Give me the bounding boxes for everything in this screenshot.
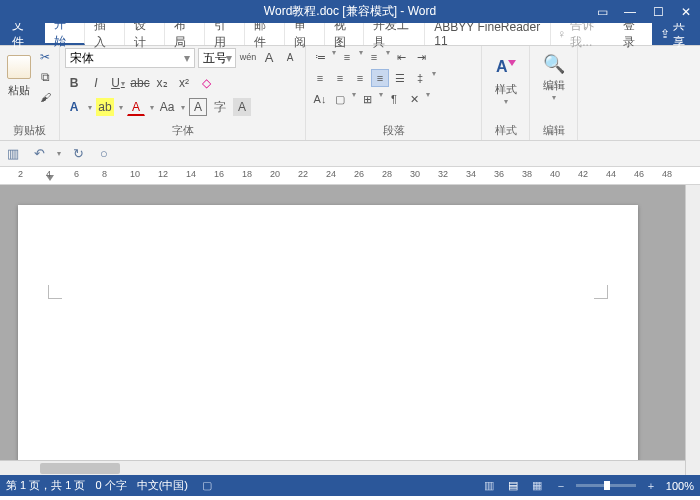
touch-mode-button[interactable]: ○ xyxy=(95,145,113,163)
zoom-level[interactable]: 100% xyxy=(666,480,694,492)
page-indicator[interactable]: 第 1 页，共 1 页 xyxy=(6,478,85,493)
tab-abbyy[interactable]: ABBYY FineReader 11 xyxy=(425,23,551,45)
show-marks-button[interactable]: ¶ xyxy=(385,90,403,108)
numbering-button[interactable]: ≡ xyxy=(338,48,356,66)
snap-grid-button[interactable]: ✕ xyxy=(405,90,423,108)
char-border-button[interactable]: A xyxy=(189,98,207,116)
ruler-tick: 26 xyxy=(354,169,364,179)
ruler-tick: 40 xyxy=(550,169,560,179)
ruler-tick: 16 xyxy=(214,169,224,179)
sign-in-button[interactable]: 登录 xyxy=(615,23,652,45)
undo-dropdown[interactable]: ▾ xyxy=(57,149,61,158)
increase-indent-button[interactable]: ⇥ xyxy=(412,48,430,66)
vertical-scrollbar[interactable] xyxy=(685,185,700,475)
close-button[interactable]: ✕ xyxy=(672,0,700,23)
underline-button[interactable]: U▾ xyxy=(109,74,127,92)
ruler-tick: 24 xyxy=(326,169,336,179)
tab-insert[interactable]: 插入 xyxy=(85,23,125,45)
grow-font-button[interactable]: A xyxy=(260,48,278,66)
italic-button[interactable]: I xyxy=(87,74,105,92)
editing-label: 编辑 xyxy=(543,78,565,93)
zoom-slider[interactable] xyxy=(576,484,636,487)
enclose-char-button[interactable]: 字 xyxy=(211,98,229,116)
tab-developer[interactable]: 开发工具 xyxy=(364,23,425,45)
format-painter-button[interactable] xyxy=(36,88,54,106)
distributed-button[interactable]: ☰ xyxy=(391,69,409,87)
cut-button[interactable] xyxy=(36,48,54,66)
align-right-button[interactable]: ≡ xyxy=(351,69,369,87)
paste-button[interactable]: 粘贴 xyxy=(5,48,33,104)
justify-button[interactable]: ≡ xyxy=(371,69,389,87)
bullets-button[interactable]: ≔ xyxy=(311,48,329,66)
group-styles-label: 样式 xyxy=(487,121,524,140)
ribbon: 粘贴 剪贴板 宋体 五号 wén A A B I U▾ abc xyxy=(0,46,700,141)
group-font: 宋体 五号 wén A A B I U▾ abc x₂ x² ◇ A▾ ab▾ … xyxy=(60,46,306,140)
ruler-tick: 30 xyxy=(410,169,420,179)
strikethrough-button[interactable]: abc xyxy=(131,74,149,92)
borders-button[interactable]: ⊞ xyxy=(358,90,376,108)
ruler-tick: 42 xyxy=(578,169,588,179)
editing-button[interactable]: 🔍 编辑 ▾ xyxy=(536,48,572,102)
print-layout-button[interactable]: ▤ xyxy=(504,478,522,494)
ribbon-options-button[interactable]: ▭ xyxy=(588,0,616,23)
shading-button[interactable]: ▢ xyxy=(331,90,349,108)
language-indicator[interactable]: 中文(中国) xyxy=(137,478,188,493)
tab-references[interactable]: 引用 xyxy=(205,23,245,45)
macro-record-icon[interactable]: ▢ xyxy=(198,478,216,494)
ruler-tick: 12 xyxy=(158,169,168,179)
sort-button[interactable]: A↓ xyxy=(311,90,329,108)
tab-file[interactable]: 文件 xyxy=(0,23,45,45)
undo-button[interactable]: ↶ xyxy=(30,145,48,163)
horizontal-ruler[interactable]: 2468101214161820222426283032343638404244… xyxy=(0,167,700,185)
zoom-in-button[interactable]: + xyxy=(642,478,660,494)
ruler-tick: 18 xyxy=(242,169,252,179)
tab-home[interactable]: 开始 xyxy=(45,23,85,45)
multilevel-button[interactable]: ≡ xyxy=(365,48,383,66)
tab-review[interactable]: 审阅 xyxy=(285,23,325,45)
shrink-font-button[interactable]: A xyxy=(281,48,299,66)
group-paragraph-label: 段落 xyxy=(311,121,476,140)
read-mode-button[interactable]: ▥ xyxy=(480,478,498,494)
tell-me-search[interactable]: ♀ 告诉我... xyxy=(551,23,615,45)
clear-formatting-button[interactable]: ◇ xyxy=(197,74,215,92)
horizontal-scrollbar[interactable] xyxy=(0,460,685,475)
horizontal-scroll-thumb[interactable] xyxy=(40,463,120,474)
text-effects-button[interactable]: A xyxy=(65,98,83,116)
minimize-button[interactable]: — xyxy=(616,0,644,23)
web-layout-button[interactable]: ▦ xyxy=(528,478,546,494)
copy-button[interactable] xyxy=(36,68,54,86)
redo-button[interactable]: ↻ xyxy=(69,145,87,163)
word-count[interactable]: 0 个字 xyxy=(95,478,126,493)
line-spacing-button[interactable]: ‡ xyxy=(411,69,429,87)
zoom-out-button[interactable]: − xyxy=(552,478,570,494)
save-button[interactable]: ▥ xyxy=(4,145,22,163)
highlight-button[interactable]: ab xyxy=(96,98,114,116)
superscript-button[interactable]: x² xyxy=(175,74,193,92)
align-left-button[interactable]: ≡ xyxy=(311,69,329,87)
document-page[interactable] xyxy=(18,205,638,475)
tab-view[interactable]: 视图 xyxy=(325,23,365,45)
ruler-tick: 46 xyxy=(634,169,644,179)
share-button[interactable]: ⇪ 共享 xyxy=(652,23,700,45)
group-editing: 🔍 编辑 ▾ 编辑 xyxy=(530,46,578,140)
decrease-indent-button[interactable]: ⇤ xyxy=(392,48,410,66)
align-center-button[interactable]: ≡ xyxy=(331,69,349,87)
zoom-slider-thumb[interactable] xyxy=(604,481,610,490)
change-case-button[interactable]: Aa xyxy=(158,98,176,116)
tab-design[interactable]: 设计 xyxy=(125,23,165,45)
ruler-tick: 6 xyxy=(74,169,79,179)
font-size-combo[interactable]: 五号 xyxy=(198,48,236,68)
font-color-button[interactable]: A xyxy=(127,98,145,116)
tab-layout[interactable]: 布局 xyxy=(165,23,205,45)
group-paragraph: ≔▾ ≡▾ ≡▾ ⇤ ⇥ ≡ ≡ ≡ ≡ ☰ ‡▾ A↓ ▢▾ ⊞▾ ¶ ✕▾ xyxy=(306,46,482,140)
styles-button[interactable]: A 样式 ▾ xyxy=(488,48,524,106)
char-shading-button[interactable]: A xyxy=(233,98,251,116)
lightbulb-icon: ♀ xyxy=(557,27,566,41)
font-name-combo[interactable]: 宋体 xyxy=(65,48,195,68)
status-bar: 第 1 页，共 1 页 0 个字 中文(中国) ▢ ▥ ▤ ▦ − + 100% xyxy=(0,475,700,496)
bold-button[interactable]: B xyxy=(65,74,83,92)
phonetic-guide-button[interactable]: wén xyxy=(239,48,257,66)
subscript-button[interactable]: x₂ xyxy=(153,74,171,92)
tab-mailings[interactable]: 邮件 xyxy=(245,23,285,45)
maximize-button[interactable]: ☐ xyxy=(644,0,672,23)
